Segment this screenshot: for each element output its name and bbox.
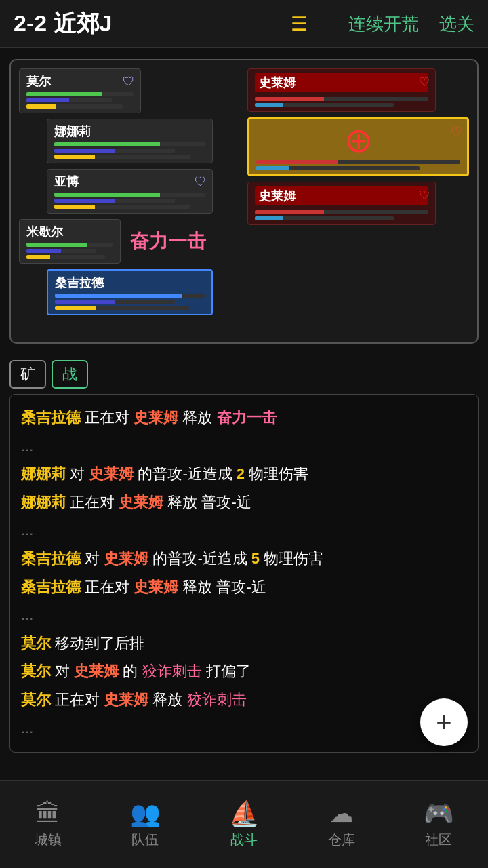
mp-bar-e1 bbox=[255, 103, 394, 107]
tab-battle[interactable]: 战 bbox=[52, 360, 88, 389]
nav-battle[interactable]: ⛵ 战斗 bbox=[229, 800, 260, 849]
enemy2-row: ⊕ ♡ bbox=[247, 117, 469, 176]
xp-bar-sanjilade bbox=[55, 306, 190, 310]
yabo-row: 亚博 🛡 bbox=[19, 169, 241, 214]
log-line-2: 娜娜莉 对 史莱姆 的普攻-近造成 2 物理伤害 bbox=[21, 460, 467, 488]
battle-log: 桑吉拉德 正在对 史莱姆 释放 奋力一击 ... 娜娜莉 对 史莱姆 的普攻-近… bbox=[9, 394, 479, 753]
mp-bar-mor bbox=[26, 98, 112, 102]
battle-arena: 莫尔 🛡 娜娜莉 亚博 bbox=[9, 59, 479, 344]
heart-icon-e2: ♡ bbox=[451, 125, 462, 140]
mp-bar-mishel bbox=[26, 249, 96, 253]
nav-team[interactable]: 👥 队伍 bbox=[130, 800, 161, 849]
nav-town-label: 城镇 bbox=[35, 831, 62, 849]
enemy-side: 史莱姆 ♡ ⊕ ♡ 史莱姆 bbox=[247, 68, 469, 334]
log-line-5: 桑吉拉德 正在对 史莱姆 释放 普攻-近 bbox=[21, 574, 467, 601]
xp-bar-yabo bbox=[54, 205, 190, 209]
hp-bar-mishel bbox=[26, 243, 113, 247]
log-line-7: 莫尔 对 史莱姆 的 狡诈刺击 打偏了 bbox=[21, 658, 467, 685]
hp-bar-e1 bbox=[255, 97, 428, 101]
char-sanjilade[interactable]: 桑吉拉德 bbox=[47, 269, 213, 315]
sanjilade-row: 桑吉拉德 bbox=[19, 269, 241, 315]
char-mor[interactable]: 莫尔 🛡 bbox=[19, 68, 141, 113]
xp-bar-mor bbox=[26, 104, 123, 108]
fab-button[interactable]: + bbox=[420, 698, 468, 746]
hp-bar-mor bbox=[26, 92, 134, 96]
log-ellipsis-2: ... bbox=[21, 517, 467, 544]
continuous-btn[interactable]: 连续开荒 bbox=[348, 12, 419, 36]
char-enemy2-targeted[interactable]: ⊕ ♡ bbox=[247, 117, 469, 176]
log-line-3: 娜娜莉 正在对 史莱姆 释放 普攻-近 bbox=[21, 489, 467, 516]
heart-icon-e1: ♡ bbox=[419, 75, 430, 90]
char-mishel[interactable]: 米歇尔 bbox=[19, 219, 121, 264]
action-label: 奋力一击 bbox=[130, 229, 206, 254]
nanali-row: 娜娜莉 bbox=[19, 119, 241, 163]
header: 2-2 近郊J ☰ 连续开荒 选关 bbox=[0, 0, 488, 48]
xp-bar-mishel bbox=[26, 255, 105, 259]
log-line-8: 莫尔 正在对 史莱姆 释放 狡诈刺击 bbox=[21, 686, 467, 713]
mp-bar-nanali bbox=[54, 149, 176, 153]
nav-battle-label: 战斗 bbox=[230, 831, 258, 849]
mp-bar-e3 bbox=[255, 216, 394, 220]
hp-bar-nanali bbox=[54, 142, 205, 146]
nav-warehouse[interactable]: ☁ 仓库 bbox=[328, 800, 355, 849]
hp-bar-yabo bbox=[54, 193, 205, 197]
hp-bar-e2 bbox=[256, 160, 460, 164]
select-level-btn[interactable]: 选关 bbox=[439, 12, 474, 36]
player-side: 莫尔 🛡 娜娜莉 亚博 bbox=[19, 68, 241, 334]
log-line-6: 莫尔 移动到了后排 bbox=[21, 630, 467, 657]
hp-bar-e3 bbox=[255, 210, 428, 214]
mp-bar-e2 bbox=[256, 166, 420, 170]
page-title: 2-2 近郊J bbox=[14, 8, 291, 39]
battle-icon: ⛵ bbox=[229, 800, 260, 828]
log-line-4: 桑吉拉德 对 史莱姆 的普攻-近造成 5 物理伤害 bbox=[21, 545, 467, 572]
town-icon: 🏛 bbox=[36, 800, 60, 828]
log-line-1: 桑吉拉德 正在对 史莱姆 释放 奋力一击 bbox=[21, 404, 467, 431]
warehouse-icon: ☁ bbox=[329, 800, 354, 828]
log-ellipsis-4: ... bbox=[21, 715, 467, 742]
team-icon: 👥 bbox=[130, 800, 161, 828]
log-ellipsis-1: ... bbox=[21, 433, 467, 460]
mp-bar-yabo bbox=[54, 199, 176, 203]
char-enemy1[interactable]: 史莱姆 ♡ bbox=[247, 68, 436, 112]
bottom-nav: 🏛 城镇 👥 队伍 ⛵ 战斗 ☁ 仓库 🎮 社区 bbox=[0, 780, 488, 868]
nav-team-label: 队伍 bbox=[131, 831, 159, 849]
char-nanali[interactable]: 娜娜莉 bbox=[47, 119, 213, 163]
heart-icon-e3: ♡ bbox=[419, 188, 430, 203]
char-enemy3[interactable]: 史莱姆 ♡ bbox=[247, 182, 436, 225]
tab-mine[interactable]: 矿 bbox=[9, 360, 46, 389]
hp-bar-sanjilade bbox=[55, 294, 205, 298]
char-yabo[interactable]: 亚博 🛡 bbox=[47, 169, 213, 214]
shield-icon-yabo: 🛡 bbox=[195, 175, 207, 189]
enemy1-row: 史莱姆 ♡ bbox=[247, 68, 436, 112]
nav-town[interactable]: 🏛 城镇 bbox=[35, 800, 62, 849]
nav-warehouse-label: 仓库 bbox=[328, 831, 355, 849]
log-ellipsis-3: ... bbox=[21, 601, 467, 629]
mp-bar-sanjilade bbox=[55, 300, 175, 304]
nav-community-label: 社区 bbox=[425, 831, 452, 849]
shield-icon: 🛡 bbox=[123, 75, 135, 89]
tab-bar: 矿 战 bbox=[0, 355, 488, 394]
menu-icon[interactable]: ☰ bbox=[291, 13, 308, 35]
enemy3-row: 史莱姆 ♡ bbox=[247, 182, 436, 225]
community-icon: 🎮 bbox=[424, 800, 454, 828]
nav-community[interactable]: 🎮 社区 bbox=[424, 800, 454, 849]
crosshair-icon: ⊕ bbox=[256, 123, 460, 157]
xp-bar-nanali bbox=[54, 155, 190, 159]
